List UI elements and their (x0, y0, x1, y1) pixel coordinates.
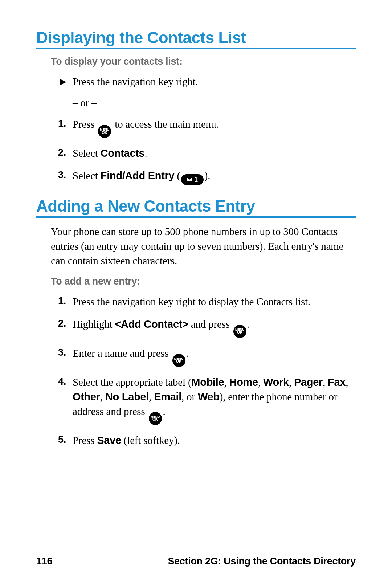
label-fax: Fax (328, 376, 346, 388)
text-fragment: , or (181, 391, 198, 403)
bold-contacts: Contacts (101, 147, 145, 159)
label-other: Other (73, 391, 100, 403)
page-number: 116 (36, 556, 52, 567)
text-fragment: Enter a name and press (73, 347, 171, 359)
text-fragment: , (289, 376, 294, 388)
bold-save: Save (97, 434, 121, 446)
subhead-to-display: To display your contacts list: (51, 56, 356, 67)
label-web: Web (198, 391, 220, 403)
text-fragment: . (144, 147, 147, 159)
step-item: 1. Press MENUOK to access the main menu. (51, 117, 356, 138)
triangle-bullet-icon: ▶ (51, 74, 73, 87)
step-number: 1. (51, 117, 73, 130)
text-fragment: , (323, 376, 328, 388)
step-text: Press Save (left softkey). (73, 433, 356, 448)
steps-list-display: 1. Press MENUOK to access the main menu.… (51, 117, 356, 185)
text-fragment: , (258, 376, 263, 388)
step-text: Press MENUOK to access the main menu. (73, 117, 356, 138)
text-fragment: , (149, 391, 154, 403)
step-text: Enter a name and press MENUOK. (73, 346, 356, 367)
text-fragment: . (248, 318, 250, 330)
step-text: Select the appropriate label (Mobile, Ho… (73, 375, 356, 425)
text-fragment: , (100, 391, 105, 403)
label-home: Home (229, 376, 258, 388)
text-fragment: and press (188, 318, 232, 330)
text-fragment: . (163, 405, 166, 417)
text-fragment: Select (73, 170, 101, 181)
text-fragment: Select (73, 147, 101, 159)
subhead-to-add: To add a new entry: (51, 276, 356, 287)
section-adding-entry: Adding a New Contacts Entry Your phone c… (36, 197, 356, 448)
text-fragment: to access the main menu. (112, 118, 219, 130)
step-item: 3. Select Find/Add Entry (1). (51, 168, 356, 185)
text-fragment: Highlight (73, 318, 115, 330)
text-fragment: Select the appropriate label ( (73, 376, 191, 388)
step-item: 5. Press Save (left softkey). (51, 433, 356, 448)
step-text: Press the navigation key right to displa… (73, 294, 356, 309)
label-work: Work (263, 376, 289, 388)
envelope-icon (187, 177, 192, 181)
menu-ok-icon: MENUOK (98, 125, 111, 138)
steps-list-add: 1. Press the navigation key right to dis… (51, 294, 356, 448)
step-item: 2. Select Contacts. (51, 146, 356, 160)
step-item: 2. Highlight <Add Contact> and press MEN… (51, 317, 356, 338)
step-number: 5. (51, 433, 73, 446)
manual-page: Displaying the Contacts List To display … (0, 0, 392, 588)
heading-adding-contacts: Adding a New Contacts Entry (36, 197, 356, 218)
bold-find-add-entry: Find/Add Entry (101, 170, 175, 181)
page-footer: 116 Section 2G: Using the Contacts Direc… (36, 556, 356, 567)
bullet-text: Press the navigation key right. (73, 74, 356, 89)
step-item: 4. Select the appropriate label (Mobile,… (51, 375, 356, 425)
menu-ok-icon: MENUOK (172, 354, 185, 367)
step-number: 2. (51, 317, 73, 330)
menu-ok-icon: MENUOK (233, 325, 246, 338)
text-fragment: ( (174, 170, 180, 181)
label-email: Email (154, 391, 181, 403)
label-no-label: No Label (105, 391, 149, 403)
step-number: 1. (51, 294, 73, 308)
heading-displaying-contacts: Displaying the Contacts List (36, 29, 356, 49)
text-fragment: , (224, 376, 229, 388)
step-text: Highlight <Add Contact> and press MENUOK… (73, 317, 356, 338)
step-number: 3. (51, 346, 73, 359)
step-item: 3. Enter a name and press MENUOK. (51, 346, 356, 367)
text-fragment: Press (73, 118, 97, 130)
label-pager: Pager (294, 376, 323, 388)
or-separator: – or – (73, 97, 356, 109)
bullet-list: ▶ Press the navigation key right. (51, 74, 356, 89)
step-number: 4. (51, 375, 73, 388)
text-fragment: (left softkey). (121, 434, 180, 446)
intro-paragraph: Your phone can store up to 500 phone num… (51, 224, 356, 268)
label-mobile: Mobile (191, 376, 224, 388)
section-title: Section 2G: Using the Contacts Directory (168, 556, 356, 567)
bullet-item: ▶ Press the navigation key right. (51, 74, 356, 89)
step-number: 3. (51, 168, 73, 182)
key-1-icon: 1 (181, 174, 204, 185)
menu-ok-icon: MENUOK (149, 412, 162, 425)
step-number: 2. (51, 146, 73, 159)
bold-add-contact: <Add Contact> (115, 318, 188, 330)
text-fragment: . (187, 347, 189, 359)
text-fragment: Press (73, 434, 97, 446)
text-fragment: , (346, 376, 348, 388)
step-text: Select Find/Add Entry (1). (73, 168, 356, 185)
step-item: 1. Press the navigation key right to dis… (51, 294, 356, 309)
step-text: Select Contacts. (73, 146, 356, 160)
text-fragment: ). (204, 170, 211, 181)
